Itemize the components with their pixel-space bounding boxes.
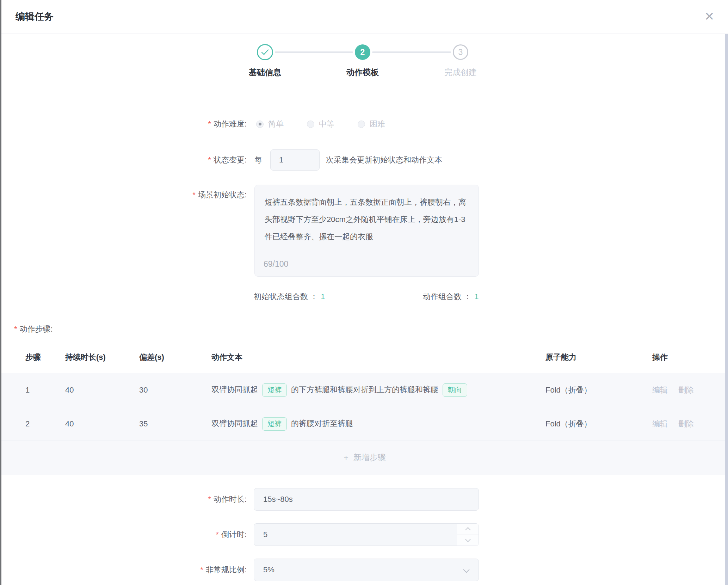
required-mark: * [14,325,17,333]
unusual-ratio-value: 5% [263,565,274,574]
cell-operations: 编辑 删除 [652,419,728,429]
action-combo-label: 动作组合数 ： [423,292,471,301]
cell-ability: Fold（折叠） [545,385,652,395]
garment-tag: 短裤 [262,383,287,397]
col-header-duration: 持续时长(s) [65,352,139,363]
step-3-circle: 3 [453,44,468,60]
check-icon [261,49,269,55]
delete-button[interactable]: 删除 [678,385,694,395]
radio-icon-hard[interactable] [358,121,365,128]
radio-label-hard: 困难 [370,119,385,129]
cell-step: 2 [25,419,65,429]
radio-icon-easy[interactable] [256,121,264,128]
col-header-action-text: 动作文本 [211,352,545,363]
radio-label-medium: 中等 [319,119,334,129]
countdown-row: *倒计时: [1,523,728,546]
col-header-operations: 操作 [652,352,728,363]
steps-table-header: 步骤 持续时长(s) 偏差(s) 动作文本 原子能力 操作 [1,347,728,368]
delete-button[interactable]: 删除 [678,419,694,429]
required-mark: * [208,495,211,504]
table-row: 2 40 35 双臂协同抓起短裤的裤腰对折至裤腿 Fold（折叠） 编辑 删除 [1,407,728,441]
close-icon[interactable]: × [705,8,714,24]
col-header-deviation: 偏差(s) [139,352,211,363]
step-3-number: 3 [458,48,463,57]
step-2-number: 2 [360,48,365,57]
state-change-row: *状态变更: 每 次采集会更新初始状态和动作文本 [1,149,728,171]
dialog-title: 编辑任务 [16,10,54,23]
action-steps-section: *动作步骤: [1,324,728,335]
initial-combo-label: 初始状态组合数 ： [254,292,318,301]
cell-ability: Fold（折叠） [545,419,652,429]
initial-state-label: 场景初始状态: [198,190,247,199]
action-duration-row: *动作时长: [1,488,728,511]
radio-option-hard[interactable]: 困难 [358,119,385,129]
cell-duration: 40 [65,386,139,395]
step-2-circle: 2 [355,44,370,60]
action-duration-input[interactable] [254,488,479,511]
required-mark: * [216,530,219,539]
countdown-number-input [254,523,479,546]
initial-state-row: *场景初始状态: 短裤五条数据背面朝上，五条数据正面朝上，裤腰朝右，离头部视野下… [1,185,728,277]
unusual-ratio-label: 非常规比例: [206,565,247,574]
direction-tag: 朝向 [443,383,467,397]
chevron-up-icon [465,527,471,533]
difficulty-radio-group: 简单 中等 困难 [256,116,408,132]
plus-icon: + [344,453,348,463]
countdown-label: 倒计时: [221,530,247,539]
state-change-input[interactable] [270,149,320,171]
edit-button[interactable]: 编辑 [652,419,668,429]
required-mark: * [208,119,211,128]
difficulty-row: *动作难度: 简单 中等 困难 [1,116,728,132]
garment-tag: 短裤 [262,417,287,431]
dialog-header: 编辑任务 × [1,0,728,33]
radio-option-easy[interactable]: 简单 [256,119,284,129]
unusual-ratio-row: *非常规比例: 5% [1,559,728,581]
cell-action-text: 双臂协同抓起短裤的裤腰对折至裤腿 [211,417,545,431]
state-change-suffix: 次采集会更新初始状态和动作文本 [326,149,442,171]
steps-table-body: 1 40 30 双臂协同抓起短裤的下方裤腿和裤腰对折到上方的裤腿和裤腰朝向 Fo… [1,373,728,475]
stepper-connector-1 [275,51,353,53]
cell-operations: 编辑 删除 [652,385,728,395]
step-1-circle [257,44,273,60]
cell-deviation: 30 [139,386,211,395]
step-2-label: 动作模板 [320,67,405,78]
dialog-scrollbar[interactable] [725,34,728,585]
required-mark: * [192,190,196,199]
state-change-prefix: 每 [254,149,262,171]
action-steps-label: 动作步骤: [20,325,53,333]
action-combo-value: 1 [474,292,479,301]
step-1-label: 基础信息 [223,67,307,78]
increase-button[interactable] [457,524,479,535]
add-step-button[interactable]: + 新增步骤 [1,441,728,474]
char-counter: 69/100 [264,259,288,269]
radio-icon-medium[interactable] [307,121,314,128]
stepper-connector-2 [372,51,451,53]
required-mark: * [208,155,211,164]
countdown-spinner [457,524,479,546]
add-step-label: 新增步骤 [353,452,386,463]
step-3-label: 完成创建 [418,67,503,78]
action-duration-label: 动作时长: [214,495,247,504]
chevron-down-icon [463,566,469,573]
backdrop-edge [0,0,1,585]
required-mark: * [200,565,203,574]
cell-duration: 40 [65,419,139,429]
unusual-ratio-select[interactable]: 5% [254,559,479,581]
combo-counts-row: 初始状态组合数 ：1 动作组合数 ：1 [1,291,728,302]
radio-label-easy: 简单 [268,119,284,129]
cell-action-text: 双臂协同抓起短裤的下方裤腿和裤腰对折到上方的裤腿和裤腰朝向 [211,383,545,397]
difficulty-label: 动作难度: [214,119,247,128]
initial-combo-value: 1 [321,292,325,301]
decrease-button[interactable] [457,535,479,546]
chevron-down-icon [465,537,471,542]
edit-button[interactable]: 编辑 [652,385,668,395]
col-header-step: 步骤 [25,352,65,363]
countdown-input[interactable] [254,523,479,546]
radio-option-medium[interactable]: 中等 [307,119,334,129]
state-change-label: 状态变更: [214,155,247,164]
col-header-ability: 原子能力 [545,352,652,363]
cell-step: 1 [25,386,65,395]
cell-deviation: 35 [139,419,211,429]
table-row: 1 40 30 双臂协同抓起短裤的下方裤腿和裤腰对折到上方的裤腿和裤腰朝向 Fo… [1,373,728,407]
